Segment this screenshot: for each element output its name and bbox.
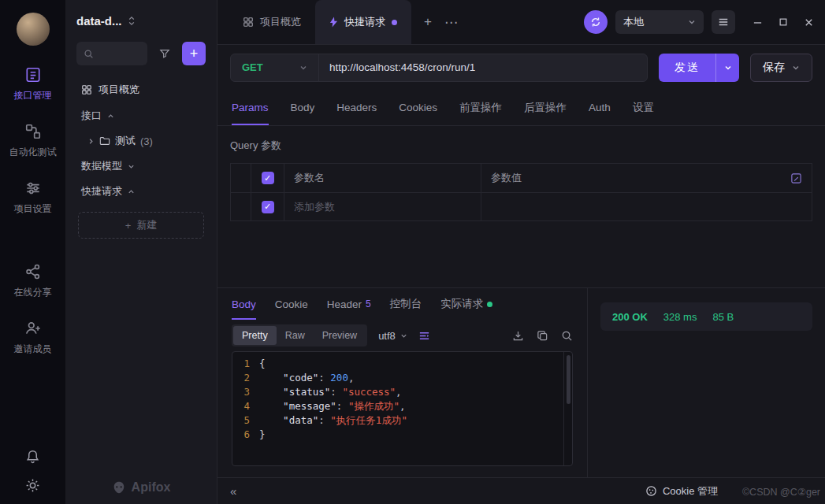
resp-tab-label: 实际请求 <box>440 297 483 311</box>
request-tabs: Params Body Headers Cookies 前置操作 后置操作 Au… <box>217 90 825 126</box>
folder-name: 测试 <box>115 134 136 148</box>
settings-gear-icon[interactable] <box>25 478 40 493</box>
search-input[interactable] <box>76 42 147 65</box>
format-icon[interactable] <box>418 330 430 342</box>
search-icon[interactable] <box>561 330 573 342</box>
folder-count: (3) <box>140 135 153 147</box>
cookie-manager-label: Cookie 管理 <box>663 484 718 498</box>
chevron-down-icon <box>299 64 307 72</box>
status-bar: « Cookie 管理 ©CSDN @C②ger <box>217 477 825 504</box>
tab-post-actions[interactable]: 后置操作 <box>524 90 567 125</box>
batch-edit-icon[interactable] <box>790 172 802 184</box>
sidebar-section-apis[interactable]: 接口 <box>76 103 206 128</box>
encoding-value: utf8 <box>378 330 396 342</box>
hamburger-menu-icon[interactable] <box>712 10 735 34</box>
tab-more-button[interactable]: ⋯ <box>444 14 458 31</box>
sidebar-item-project-overview[interactable]: 项目概览 <box>76 76 206 103</box>
tab-cookies[interactable]: Cookies <box>399 90 437 125</box>
resp-tab-console[interactable]: 控制台 <box>390 288 422 320</box>
automation-icon <box>24 123 42 140</box>
mode-preview[interactable]: Preview <box>314 326 366 345</box>
encoding-select[interactable]: utf8 <box>378 330 407 342</box>
chevron-down-icon <box>792 64 800 72</box>
tab-quick-request[interactable]: 快捷请求 <box>315 0 411 44</box>
minimize-icon[interactable] <box>753 17 763 28</box>
scrollbar-thumb[interactable] <box>567 355 570 404</box>
tab-headers[interactable]: Headers <box>336 90 377 125</box>
param-name-input[interactable]: 添加参数 <box>284 193 481 220</box>
environment-select[interactable]: 本地 <box>615 10 704 34</box>
resp-tab-header[interactable]: Header 5 <box>327 288 371 320</box>
tab-params[interactable]: Params <box>232 90 269 125</box>
user-avatar[interactable] <box>17 13 50 46</box>
tab-pre-actions[interactable]: 前置操作 <box>459 90 502 125</box>
maximize-icon[interactable] <box>779 17 788 27</box>
save-button[interactable]: 保存 <box>750 54 812 82</box>
send-label: 发送 <box>659 54 715 82</box>
mode-pretty[interactable]: Pretty <box>233 326 277 345</box>
response-body-editor[interactable]: 1{2 "code": 200,3 "status": "success",4 … <box>232 351 573 466</box>
grid-icon <box>81 84 92 95</box>
url-input[interactable] <box>319 54 647 81</box>
copy-icon[interactable] <box>537 330 548 342</box>
tab-settings[interactable]: 设置 <box>633 90 654 125</box>
response-right-pane: 200 OK 328 ms 85 B <box>588 288 825 477</box>
sidebar-search-row: + <box>76 42 206 65</box>
mode-raw[interactable]: Raw <box>277 326 314 345</box>
sidebar-item-label: 项目概览 <box>98 83 139 97</box>
tab-body[interactable]: Body <box>291 90 315 125</box>
caret-right-icon <box>87 138 95 145</box>
rail-item-api-management[interactable]: 接口管理 <box>14 66 52 102</box>
project-switch-icon <box>128 15 136 27</box>
add-param-row[interactable]: ✓ 添加参数 <box>231 192 812 220</box>
row-checkbox[interactable]: ✓ <box>262 201 274 213</box>
plus-icon: + <box>125 220 132 232</box>
row-checkbox-cell: ✓ <box>251 193 284 220</box>
cookie-icon <box>645 485 657 497</box>
app-window: 接口管理 自动化测试 项目设置 在线分享 邀请成员 <box>0 0 825 504</box>
chevron-down-icon <box>128 163 135 170</box>
resp-tab-label: 控制台 <box>390 297 422 311</box>
download-icon[interactable] <box>512 330 524 342</box>
response-area: Body Cookie Header 5 控制台 实际请求 Pretty <box>217 287 825 477</box>
search-icon <box>84 49 94 59</box>
sidebar: data-d... + 项目概览 接口 <box>65 0 217 504</box>
new-request-button[interactable]: + 新建 <box>78 212 204 239</box>
tab-auth[interactable]: Auth <box>589 90 611 125</box>
filter-icon[interactable] <box>154 43 176 65</box>
sidebar-section-data-models[interactable]: 数据模型 <box>76 154 206 179</box>
sidebar-add-button[interactable]: + <box>182 42 206 65</box>
rail-bottom <box>25 449 40 493</box>
notifications-bell-icon[interactable] <box>25 449 40 464</box>
rail-item-online-share[interactable]: 在线分享 <box>14 263 52 299</box>
environment-value: 本地 <box>623 15 644 29</box>
new-tab-button[interactable]: + <box>424 14 432 30</box>
param-value-input[interactable] <box>481 193 812 220</box>
rail-item-invite-member[interactable]: 邀请成员 <box>14 320 52 356</box>
resp-tab-body[interactable]: Body <box>232 288 256 320</box>
collapse-sidebar-icon[interactable]: « <box>230 484 236 498</box>
cookie-manager[interactable]: Cookie 管理 <box>645 484 718 498</box>
sidebar-section-quick-request[interactable]: 快捷请求 <box>76 179 206 204</box>
column-header-value-label: 参数值 <box>491 171 522 185</box>
tabbar-right: 本地 <box>584 10 814 34</box>
close-icon[interactable] <box>804 17 814 28</box>
rail-item-automation-test[interactable]: 自动化测试 <box>9 123 57 159</box>
sidebar-folder-test[interactable]: 测试 (3) <box>76 128 206 154</box>
project-switcher[interactable]: data-d... <box>76 14 206 28</box>
tab-project-overview[interactable]: 项目概览 <box>229 0 315 44</box>
new-button-label: 新建 <box>136 218 157 232</box>
editor-scrollbar[interactable] <box>563 352 572 465</box>
rail-item-label: 在线分享 <box>14 286 52 299</box>
sync-icon[interactable] <box>584 10 608 34</box>
method-value: GET <box>242 61 263 73</box>
section-label: 数据模型 <box>81 159 122 173</box>
resp-tab-actual-request[interactable]: 实际请求 <box>440 288 492 320</box>
send-dropdown-caret[interactable] <box>715 54 739 82</box>
resp-tab-cookie[interactable]: Cookie <box>275 288 308 320</box>
select-all-checkbox[interactable]: ✓ <box>262 172 274 184</box>
send-button[interactable]: 发送 <box>659 54 739 82</box>
row-handle[interactable] <box>231 193 251 220</box>
method-select[interactable]: GET <box>231 54 319 81</box>
rail-item-project-settings[interactable]: 项目设置 <box>14 180 52 216</box>
